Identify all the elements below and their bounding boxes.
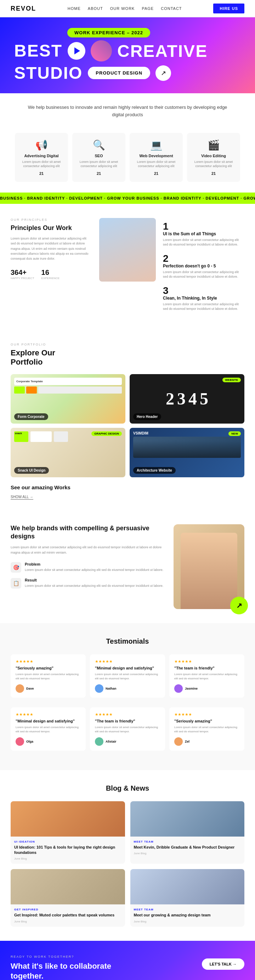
testi-4-user: Olga: [16, 737, 81, 746]
stat-projects-val: 364+: [11, 269, 34, 277]
portfolio-label-hero: Hero Header: [133, 413, 161, 420]
product-design-button[interactable]: PRODUCT DESIGN: [88, 67, 150, 79]
testi-1-desc: Lorem ipsum dolor sit amet consectetur a…: [16, 672, 81, 681]
blog-img-1: [11, 801, 125, 837]
design-left: We help brands with compelling & persuas…: [11, 524, 167, 594]
testi-3-text: "The team is friendly": [174, 666, 239, 670]
portfolio-subtitle: OUR PORTFOLIO: [11, 343, 244, 346]
principles-left: OUR PRINCIPLES Principles Our Work Lorem…: [11, 218, 92, 280]
design-problem: 🎯 Problem Lorem ipsum dolor sit amet con…: [11, 562, 167, 573]
design-right: ↗: [173, 524, 244, 609]
blog-date-4: June Blog: [134, 920, 241, 923]
service-num-3: 21: [191, 171, 236, 176]
nav-ourwork[interactable]: OUR WORK: [110, 6, 135, 11]
hero-badge: WORK EXPERIENCE – 2022: [67, 28, 150, 37]
nav-home[interactable]: HOME: [67, 6, 81, 11]
design-desc: Lorem ipsum dolor sit amet consectetur a…: [11, 545, 167, 555]
portfolio-label-corporate: Form Corporate: [14, 413, 48, 420]
hero-best: BEST: [14, 42, 63, 59]
testimonial-6: ★★★★★ "Seriously amazing" Lorem ipsum do…: [169, 707, 244, 751]
blog-tag-3: GET INSPIRED: [14, 908, 122, 911]
see-more-link[interactable]: SHOW ALL →: [11, 495, 33, 500]
problem-desc: Lorem ipsum dolor sit amet consectetur a…: [25, 568, 163, 572]
testi-4-avatar: [16, 737, 24, 746]
testi-5-name: Alistair: [106, 740, 117, 743]
blog-card-1[interactable]: UI IDEATION UI Ideation: 101 Tips & tool…: [11, 801, 125, 864]
testimonials-row-1: ★★★★★ "Seriously amazing" Lorem ipsum do…: [11, 654, 244, 698]
portfolio-badge-snack: GRAPHIC DESIGN: [91, 431, 122, 436]
blog-card-2[interactable]: MEET TEAM Meet Kevin, Dribble Graduate &…: [130, 801, 245, 864]
blog-content-4: MEET TEAM Meet our growing & amazing des…: [130, 904, 245, 926]
port-numbers: 2 3 4 5: [159, 382, 215, 415]
blog-card-4[interactable]: MEET TEAM Meet our growing & amazing des…: [130, 869, 245, 926]
blog-img-4: [130, 869, 245, 904]
testimonials-section: Testimonials ★★★★★ "Seriously amazing" L…: [0, 623, 255, 770]
blog-date-1: June Blog: [14, 857, 122, 860]
portfolio-item-arch[interactable]: NEW VSIMDIM Architecture Website: [130, 428, 244, 477]
portfolio-item-corporate[interactable]: Corporate Template Form Corporate: [11, 374, 125, 423]
testi-3-avatar: [174, 684, 183, 693]
service-icon-2: 💻: [134, 139, 178, 151]
service-card-1: 🔍 SEO Lorem ipsum dolor sit amet consect…: [72, 133, 125, 182]
testimonials-row-2: ★★★★★ "Minimal design and satisfying" Lo…: [11, 707, 244, 751]
testi-4-stars: ★★★★★: [16, 712, 81, 717]
blog-title: Blog & News: [11, 784, 244, 792]
tagline: We help businesses to innovate and remai…: [0, 93, 255, 129]
testimonial-3: ★★★★★ "The team is friendly" Lorem ipsum…: [169, 654, 244, 698]
testimonials-title: Testimonials: [11, 637, 244, 646]
testi-5-text: "The team is friendly": [95, 719, 160, 723]
testi-4-desc: Lorem ipsum dolor sit amet consectetur a…: [16, 725, 81, 734]
cta-section: READY TO WORK TOGETHER? What it's like t…: [0, 941, 255, 980]
design-section: We help brands with compelling & persuas…: [0, 510, 255, 623]
hero-arrow-button[interactable]: ↗: [156, 65, 171, 81]
principle-2: 2 Perfection doesn't go 0 - 5 Lorem ipsu…: [163, 254, 244, 280]
portfolio-header: OUR PORTFOLIO Explore OurPortfolio: [11, 343, 244, 367]
service-icon-0: 📢: [19, 139, 64, 151]
principles-image: [99, 218, 156, 282]
service-card-2: 💻 Web Development Lorem ipsum dolor sit …: [130, 133, 183, 182]
blog-card-title-2: Meet Kevin, Dribble Graduate & New Produ…: [134, 845, 241, 850]
testimonial-5: ★★★★★ "The team is friendly" Lorem ipsum…: [90, 707, 165, 751]
hero-play-button[interactable]: [67, 42, 85, 60]
testimonial-4: ★★★★★ "Minimal design and satisfying" Lo…: [11, 707, 86, 751]
testimonial-2: ★★★★★ "Minimal design and satisfying" Lo…: [90, 654, 165, 698]
testi-6-name: Zel: [185, 740, 189, 743]
design-image-person: [181, 533, 237, 609]
design-arrow-button[interactable]: ↗: [230, 597, 248, 614]
service-card-0: 📢 Advertising Digital Lorem ipsum dolor …: [15, 133, 68, 182]
see-more-title: See our amazing Works: [11, 484, 244, 490]
portfolio-item-hero[interactable]: 2 3 4 5 WEBSITE Hero Header: [130, 374, 244, 423]
tagline-text: We help businesses to innovate and remai…: [21, 104, 234, 119]
cta-small: READY TO WORK TOGETHER?: [11, 955, 244, 958]
portfolio-label-arch: Architecture Website: [133, 467, 176, 474]
testi-1-text: "Seriously amazing": [16, 666, 81, 670]
service-title-3: Video Editing: [191, 154, 236, 158]
nav-contact[interactable]: CONTACT: [161, 6, 182, 11]
testi-4-name: Olga: [26, 740, 33, 743]
hero-studio: STUDIO: [14, 63, 82, 83]
portfolio-item-snack[interactable]: GRAPHIC DESIGN snack Snack UI Design: [11, 428, 125, 477]
blog-tag-2: MEET TEAM: [134, 840, 241, 843]
service-icon-1: 🔍: [77, 139, 121, 151]
hire-us-button[interactable]: HIRE US: [213, 3, 244, 13]
testi-5-user: Alistair: [95, 737, 160, 746]
design-result: 📋 Result Lorem ipsum dolor sit amet cons…: [11, 578, 167, 589]
nav-page[interactable]: PAGE: [142, 6, 154, 11]
testi-2-avatar: [95, 684, 103, 693]
design-image: [173, 524, 244, 609]
testi-2-text: "Minimal design and satisfying": [95, 666, 160, 670]
principle-3: 3 Clean, In Thinking, In Style Lorem ips…: [163, 286, 244, 312]
testi-3-stars: ★★★★★: [174, 659, 239, 664]
testi-5-stars: ★★★★★: [95, 712, 160, 717]
cta-button[interactable]: LET'S TALK →: [202, 958, 244, 970]
principles-subtitle: OUR PRINCIPLES: [11, 218, 92, 221]
service-desc-0: Lorem ipsum dolor sit amet consectetur a…: [19, 160, 64, 169]
nav-about[interactable]: ABOUT: [88, 6, 103, 11]
principles-desc: Lorem ipsum dolor sit amet consectetur a…: [11, 236, 92, 261]
testi-1-name: Dave: [26, 687, 34, 690]
testi-3-desc: Lorem ipsum dolor sit amet consectetur a…: [174, 672, 239, 681]
blog-card-3[interactable]: GET INSPIRED Get Inspired: Muted color p…: [11, 869, 125, 926]
see-more: See our amazing Works SHOW ALL →: [11, 484, 244, 500]
testi-3-name: Jasmine: [185, 687, 197, 690]
design-title: We help brands with compelling & persuas…: [11, 524, 167, 541]
